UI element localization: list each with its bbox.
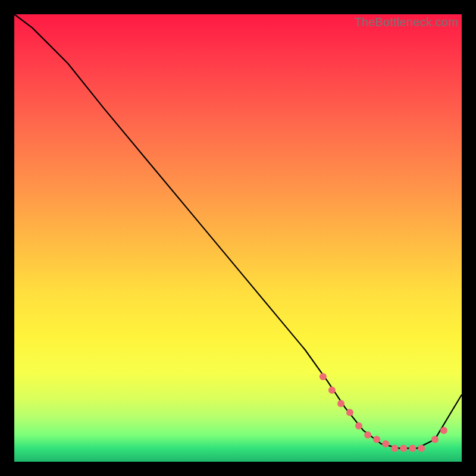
bottleneck-curve	[14, 14, 462, 448]
marker-dot	[364, 431, 371, 439]
marker-dot	[320, 373, 327, 380]
chart-svg	[14, 14, 462, 462]
marker-dot	[431, 436, 439, 443]
marker-dot	[337, 400, 345, 407]
chart-stage: TheBottleneck.com	[0, 0, 476, 476]
marker-dot	[409, 444, 416, 452]
highlight-markers	[320, 373, 447, 452]
marker-dot	[400, 444, 407, 452]
marker-dot	[373, 436, 380, 443]
marker-dot	[355, 422, 362, 430]
marker-dot	[328, 387, 336, 394]
marker-dot	[382, 440, 389, 447]
marker-dot	[440, 427, 447, 434]
marker-dot	[418, 444, 425, 452]
marker-dot	[346, 409, 353, 416]
marker-dot	[391, 444, 398, 452]
chart-plot-area: TheBottleneck.com	[14, 14, 462, 462]
